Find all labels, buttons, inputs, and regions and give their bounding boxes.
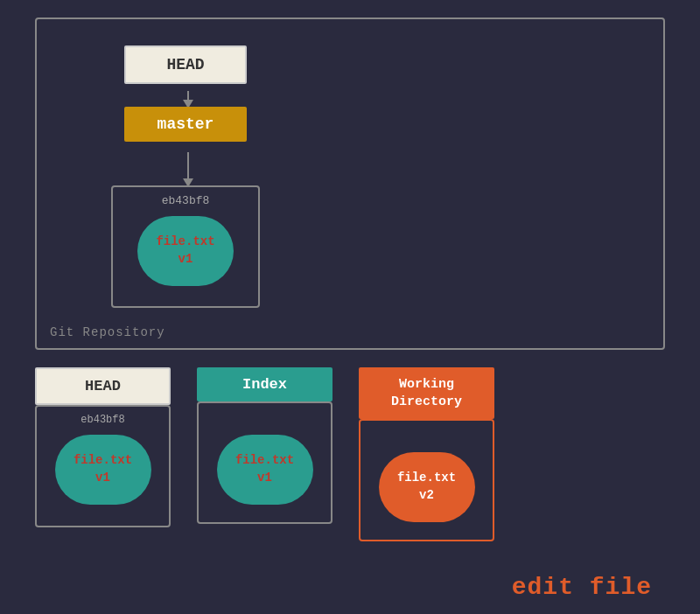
git-repo-label: Git Repository [50,325,165,339]
working-directory-panel: WorkingDirectory file.txt v2 [359,367,494,541]
arrow-line [187,152,189,178]
file-blob-bottom-index: file.txt v1 [217,435,313,505]
arrow-line [187,91,189,100]
file-blob-top: file.txt v1 [137,216,234,286]
wd-label-box: WorkingDirectory [359,367,494,419]
index-label-box: Index [197,367,332,401]
index-label-text: Index [242,376,287,393]
commit-id-top: eb43bf8 [162,194,210,207]
commit-box-top: eb43bf8 file.txt v1 [111,185,260,308]
file-blob-bottom-index-line1: file.txt [235,452,294,470]
file-blob-bottom-head: file.txt v1 [55,435,151,505]
head-box-top: HEAD [124,45,247,84]
file-blob-line2: v1 [178,251,193,269]
arrow-master-to-commit [183,152,193,187]
index-panel: Index file.txt v1 [197,367,332,541]
file-blob-bottom-index-line2: v1 [257,470,272,487]
main-container: HEAD master eb43bf8 file.txt v1 Git Repo… [0,0,700,614]
file-blob-bottom-wd-line1: file.txt [397,470,456,487]
head-panel: HEAD eb43bf8 file.txt v1 [35,367,171,541]
wd-label-text: WorkingDirectory [391,377,462,409]
master-label: master [158,115,214,133]
commit-id-bottom-head: eb43bf8 [80,414,124,426]
commit-box-bottom-head: eb43bf8 file.txt v1 [35,405,171,527]
head-label-top: HEAD [166,56,204,73]
git-repo-box: HEAD master eb43bf8 file.txt v1 Git Repo… [35,17,665,350]
master-box: master [124,107,247,142]
file-blob-bottom-head-line2: v1 [95,470,110,487]
file-blob-line1: file.txt [156,234,214,251]
arrow-head-to-master [183,91,193,108]
commit-box-bottom-wd: file.txt v2 [359,419,494,541]
head-label-text: HEAD [85,378,121,394]
file-blob-bottom-head-line1: file.txt [74,452,132,470]
edit-file-label: edit file [512,574,652,601]
head-label-bottom: HEAD [35,367,171,405]
commit-box-bottom-index: file.txt v1 [197,401,332,524]
bottom-section: HEAD eb43bf8 file.txt v1 Index file.txt … [35,367,494,541]
file-blob-bottom-wd-line2: v2 [419,487,434,505]
file-blob-bottom-wd: file.txt v2 [379,452,475,522]
